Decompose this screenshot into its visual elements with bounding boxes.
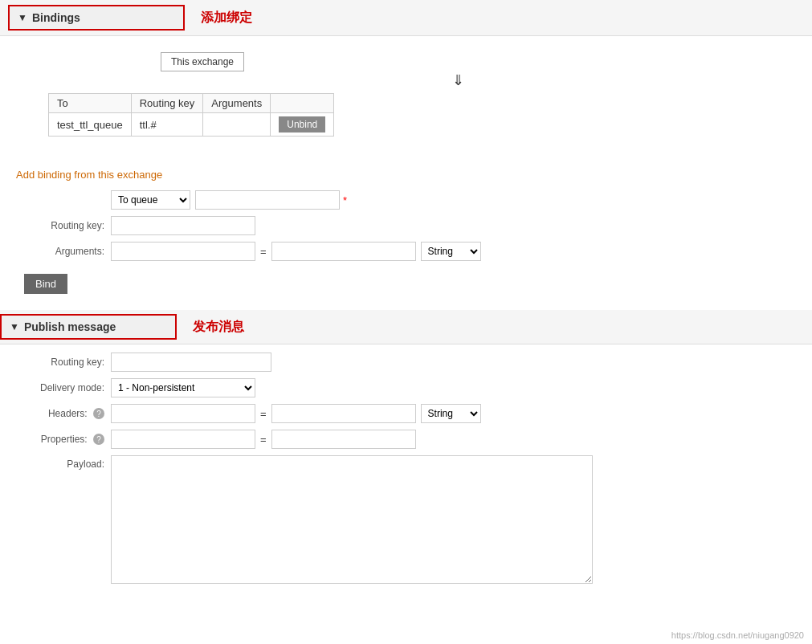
unbind-cell: Unbind [271,113,334,137]
payload-row: Payload: [16,455,796,584]
routing-key-row: Routing key: [16,216,796,235]
bindings-section-header: ▼ Bindings 添加绑定 [0,0,812,36]
routing-key-label: Routing key: [16,220,104,231]
col-arguments: Arguments [203,94,271,113]
delivery-mode-label: Delivery mode: [16,382,104,393]
binding-arguments [203,113,271,137]
publish-collapse-arrow[interactable]: ▼ [10,321,19,332]
payload-label: Payload: [16,455,104,470]
arguments-key-input[interactable] [111,242,255,261]
publish-routing-key-label: Routing key: [16,357,104,368]
publish-section-header: ▼ Publish message 发布消息 [0,310,812,344]
col-to: To [49,94,132,113]
to-queue-select[interactable]: To queue To exchange [111,190,190,210]
col-routing-key: Routing key [131,94,203,113]
table-row: test_ttl_queue ttl.# Unbind [49,113,334,137]
headers-row: Headers: ? = String Number Boolean [16,404,796,423]
properties-equals: = [260,434,267,446]
publish-routing-key-row: Routing key: [16,353,796,372]
headers-key-input[interactable] [111,404,255,423]
bindings-collapse-arrow[interactable]: ▼ [18,12,27,23]
publish-header-label: Publish message [24,320,116,333]
bind-button[interactable]: Bind [24,274,67,294]
equals-sign: = [260,246,267,258]
bindings-header-label: Bindings [32,11,80,24]
properties-key-input[interactable] [111,430,255,449]
to-queue-row: To queue To exchange * [16,190,796,210]
properties-value-input[interactable] [271,430,416,449]
col-action [271,94,334,113]
unbind-button[interactable]: Unbind [279,116,325,132]
publish-cn-label: 发布消息 [193,319,244,336]
arguments-label: Arguments: [16,246,104,257]
headers-help-icon[interactable]: ? [93,408,104,419]
arguments-row: Arguments: = String Number Boolean [16,242,796,261]
this-exchange-box: This exchange [161,52,244,71]
publish-form: Routing key: Delivery mode: 1 - Non-pers… [0,344,812,598]
arguments-value-input[interactable] [271,242,416,261]
binding-to: test_ttl_queue [49,113,132,137]
binding-routing-key: ttl.# [131,113,203,137]
bindings-content: This exchange ⇓ To Routing key Arguments… [0,36,812,145]
publish-header-box: ▼ Publish message [0,314,177,340]
headers-value-input[interactable] [271,404,416,423]
down-arrow: ⇓ [120,71,796,89]
add-binding-title: Add binding from this exchange [16,169,796,181]
arguments-type-select[interactable]: String Number Boolean [421,242,481,261]
headers-type-select[interactable]: String Number Boolean [421,404,481,423]
properties-row: Properties: ? = [16,430,796,449]
publish-routing-key-input[interactable] [111,353,271,372]
required-star: * [343,194,347,206]
bindings-cn-label: 添加绑定 [201,10,252,26]
bindings-table: To Routing key Arguments test_ttl_queue … [48,93,334,137]
payload-textarea[interactable] [111,455,593,584]
properties-label: Properties: ? [16,434,104,446]
routing-key-input[interactable] [111,216,255,235]
delivery-mode-row: Delivery mode: 1 - Non-persistent 2 - Pe… [16,378,796,397]
delivery-mode-select[interactable]: 1 - Non-persistent 2 - Persistent [111,378,255,397]
to-queue-input[interactable] [195,190,340,210]
properties-help-icon[interactable]: ? [93,434,104,445]
add-binding-section: Add binding from this exchange To queue … [0,161,812,302]
bindings-header-box: ▼ Bindings [8,5,185,31]
headers-equals: = [260,408,267,420]
headers-label: Headers: ? [16,408,104,420]
